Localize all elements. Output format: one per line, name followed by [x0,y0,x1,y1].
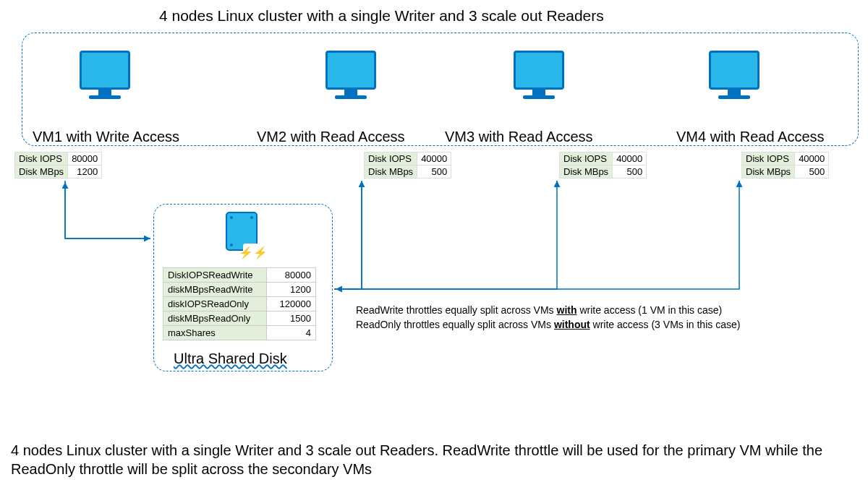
disk-row-value: 80000 [267,268,316,283]
monitor-stand-icon [98,90,111,95]
vm2-mbps-value: 500 [417,166,451,179]
monitor-stand-icon [344,90,357,95]
monitor-base-icon [89,95,121,99]
monitor-base-icon [718,95,750,99]
disk-row-value: 1500 [267,311,316,326]
disk-row-label: diskMBpsReadOnly [163,311,267,326]
disk-row-value: 4 [267,326,316,340]
vm1-mbps-value: 1200 [68,166,102,179]
vm1-stats: Disk IOPS80000 Disk MBps1200 [14,152,102,179]
vm4 [709,51,760,99]
note-line2c: write access (3 VMs in this case) [590,319,741,330]
monitor-base-icon [335,95,367,99]
vm3-iops-value: 40000 [613,152,647,166]
vm1-mbps-label: Disk MBps [15,166,68,179]
vm4-iops-value: 40000 [795,152,829,166]
vm3-stats: Disk IOPS40000 Disk MBps500 [559,152,647,179]
note-line1a: ReadWrite throttles equally split across… [356,304,557,316]
monitor-icon [326,51,376,90]
vm1-label: VM1 with Write Access [33,129,179,145]
disk-row-label: maxShares [163,326,267,340]
monitor-icon [709,51,760,90]
vm2-mbps-label: Disk MBps [365,166,417,179]
vm3-mbps-value: 500 [613,166,647,179]
monitor-icon [514,51,564,90]
vm1-iops-label: Disk IOPS [15,152,68,166]
disk-row-label: diskMBpsReadWrite [163,283,267,297]
diagram-caption: 4 nodes Linux cluster with a single Writ… [11,441,857,478]
note-line2b: without [554,319,590,330]
vm1-iops-value: 80000 [68,152,102,166]
vm2-stats: Disk IOPS40000 Disk MBps500 [364,152,451,179]
vm4-label: VM4 with Read Access [676,129,825,145]
lightning-icon: ⚡⚡ [243,244,263,261]
vm4-mbps-label: Disk MBps [742,166,795,179]
vm2 [326,51,376,99]
vm3-label: VM3 with Read Access [445,129,593,145]
vm3 [514,51,564,99]
vm1 [80,51,130,99]
disk-row-label: diskIOPSReadOnly [163,297,267,311]
vm4-iops-label: Disk IOPS [742,152,795,166]
monitor-base-icon [523,95,555,99]
note-line1c: write access (1 VM in this case) [577,304,723,316]
monitor-stand-icon [532,90,545,95]
diagram-title: 4 nodes Linux cluster with a single Writ… [159,7,604,25]
disk-properties-table: DiskIOPSReadWrite80000 diskMBpsReadWrite… [163,267,316,340]
disk-row-value: 120000 [267,297,316,311]
note-line2a: ReadOnly throttles equally split across … [356,319,554,330]
monitor-stand-icon [728,90,741,95]
vm4-stats: Disk IOPS40000 Disk MBps500 [741,152,829,179]
vm3-iops-label: Disk IOPS [560,152,613,166]
vm2-iops-label: Disk IOPS [365,152,417,166]
vm3-mbps-label: Disk MBps [560,166,613,179]
vm2-label: VM2 with Read Access [257,129,405,145]
vm2-iops-value: 40000 [417,152,451,166]
disk-row-label: DiskIOPSReadWrite [163,268,267,283]
monitor-icon [80,51,130,90]
disk-row-value: 1200 [267,283,316,297]
disk-title: Ultra Shared Disk [174,351,287,367]
throttle-note: ReadWrite throttles equally split across… [356,304,740,332]
vm4-mbps-value: 500 [795,166,829,179]
note-line1b: with [557,304,577,316]
